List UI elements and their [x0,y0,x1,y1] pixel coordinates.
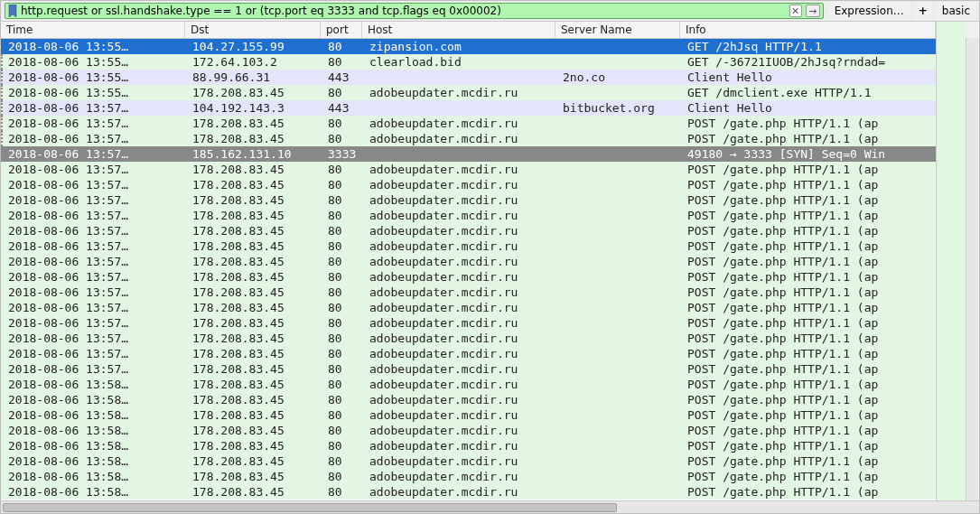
packet-row[interactable]: 2018-08-06 13:57…185.162.131.10333349180… [1,146,936,162]
packet-row[interactable]: 2018-08-06 13:57…178.208.83.4580adobeupd… [1,254,936,269]
cell-time: 2018-08-06 13:57… [3,361,187,377]
horizontal-scrollbar[interactable] [1,500,979,513]
cell-server [557,285,682,300]
cell-port: 80 [322,54,364,70]
cell-port: 80 [322,392,364,407]
cell-info: POST /gate.php HTTP/1.1 (ap [682,331,936,346]
column-header-port[interactable]: port [321,22,362,38]
cell-host: adobeupdater.mcdir.ru [364,315,557,331]
cell-dst: 88.99.66.31 [187,70,322,85]
packet-row[interactable]: 2018-08-06 13:57…178.208.83.4580adobeupd… [1,361,936,377]
column-header-info[interactable]: Info [680,22,936,38]
cell-time: 2018-08-06 13:57… [3,285,187,300]
cell-time: 2018-08-06 13:58… [3,423,187,438]
packet-row[interactable]: 2018-08-06 13:57…178.208.83.4580adobeupd… [1,331,936,346]
cell-info: Client Hello [682,100,936,116]
cell-server [557,346,682,361]
cell-time: 2018-08-06 13:57… [3,100,187,116]
cell-port: 80 [322,192,364,208]
cell-info: POST /gate.php HTTP/1.1 (ap [682,223,936,238]
cell-dst: 104.192.143.3 [187,100,322,116]
column-headers: Time Dst port Host Server Name Info [1,22,936,39]
packet-row[interactable]: 2018-08-06 13:57…178.208.83.4580adobeupd… [1,177,936,192]
cell-dst: 178.208.83.45 [187,423,322,438]
cell-port: 80 [322,377,364,392]
cell-info: POST /gate.php HTTP/1.1 (ap [682,438,936,453]
apply-filter-icon[interactable]: → [806,5,820,17]
display-filter-input[interactable] [21,5,786,17]
packet-row[interactable]: 2018-08-06 13:55…104.27.155.9980zipansio… [1,39,936,54]
packet-row[interactable]: 2018-08-06 13:57…178.208.83.4580adobeupd… [1,269,936,285]
cell-time: 2018-08-06 13:58… [3,453,187,469]
packet-row[interactable]: 2018-08-06 13:57…178.208.83.4580adobeupd… [1,315,936,331]
cell-dst: 178.208.83.45 [187,192,322,208]
packet-row[interactable]: 2018-08-06 13:58…178.208.83.4580adobeupd… [1,453,936,469]
intelligent-scrollbar[interactable] [936,22,979,500]
cell-server [557,331,682,346]
packet-row[interactable]: 2018-08-06 13:57…178.208.83.4580adobeupd… [1,192,936,208]
expression-button[interactable]: Expression… [829,3,910,19]
cell-server [557,469,682,484]
packet-row[interactable]: 2018-08-06 13:58…178.208.83.4580adobeupd… [1,407,936,423]
cell-host: adobeupdater.mcdir.ru [364,238,557,254]
packet-row[interactable]: 2018-08-06 13:58…178.208.83.4580adobeupd… [1,438,936,453]
packet-row[interactable]: 2018-08-06 13:57…178.208.83.4580adobeupd… [1,223,936,238]
packet-row[interactable]: 2018-08-06 13:57…178.208.83.4580adobeupd… [1,238,936,254]
cell-server [557,254,682,269]
cell-server: bitbucket.org [557,100,682,116]
packet-list-pane[interactable]: Time Dst port Host Server Name Info 2018… [1,22,936,500]
packet-row[interactable]: 2018-08-06 13:57…178.208.83.4580adobeupd… [1,131,936,146]
wireshark-window: ✕ → Expression… + basic Time Dst port Ho… [0,0,980,514]
cell-host: adobeupdater.mcdir.ru [364,192,557,208]
cell-server [557,85,682,100]
cell-port: 443 [322,70,364,85]
packet-row[interactable]: 2018-08-06 13:58…178.208.83.4580adobeupd… [1,392,936,407]
column-header-server[interactable]: Server Name [555,22,680,38]
packet-row[interactable]: 2018-08-06 13:58…178.208.83.4580adobeupd… [1,484,936,500]
cell-dst: 178.208.83.45 [187,407,322,423]
packet-row[interactable]: 2018-08-06 13:57…178.208.83.4580adobeupd… [1,208,936,223]
display-filter-wrap: ✕ → [5,3,824,19]
cell-host: adobeupdater.mcdir.ru [364,254,557,269]
packet-row[interactable]: 2018-08-06 13:58…178.208.83.4580adobeupd… [1,469,936,484]
cell-port: 3333 [322,146,364,162]
packet-row[interactable]: 2018-08-06 13:57…178.208.83.4580adobeupd… [1,285,936,300]
packet-row[interactable]: 2018-08-06 13:57…104.192.143.3443bitbuck… [1,100,936,116]
cell-time: 2018-08-06 13:57… [3,346,187,361]
cell-dst: 178.208.83.45 [187,116,322,131]
packet-row[interactable]: 2018-08-06 13:55…88.99.66.314432no.coCli… [1,70,936,85]
cell-host: adobeupdater.mcdir.ru [364,223,557,238]
cell-host: adobeupdater.mcdir.ru [364,269,557,285]
packet-row[interactable]: 2018-08-06 13:57…178.208.83.4580adobeupd… [1,300,936,315]
cell-server [557,146,682,162]
basic-filter-button[interactable]: basic [937,3,975,19]
column-header-dst[interactable]: Dst [185,22,321,38]
bookmark-icon[interactable] [8,5,17,17]
packet-row[interactable]: 2018-08-06 13:58…178.208.83.4580adobeupd… [1,377,936,392]
column-header-time[interactable]: Time [1,22,185,38]
horizontal-scrollbar-thumb[interactable] [3,503,617,512]
packet-rows: 2018-08-06 13:55…104.27.155.9980zipansio… [1,39,936,500]
add-filter-button[interactable]: + [915,3,931,19]
cell-dst: 178.208.83.45 [187,300,322,315]
packet-row[interactable]: 2018-08-06 13:58…178.208.83.4580adobeupd… [1,423,936,438]
cell-server [557,438,682,453]
cell-info: POST /gate.php HTTP/1.1 (ap [682,300,936,315]
cell-host [364,70,557,85]
packet-row[interactable]: 2018-08-06 13:57…178.208.83.4580adobeupd… [1,162,936,177]
clear-filter-icon[interactable]: ✕ [789,5,802,17]
cell-dst: 178.208.83.45 [187,162,322,177]
column-header-host[interactable]: Host [362,22,555,38]
packet-row[interactable]: 2018-08-06 13:55…172.64.103.280clearload… [1,54,936,70]
packet-row[interactable]: 2018-08-06 13:55…178.208.83.4580adobeupd… [1,85,936,100]
cell-port: 80 [322,315,364,331]
packet-row[interactable]: 2018-08-06 13:57…178.208.83.4580adobeupd… [1,346,936,361]
packet-row[interactable]: 2018-08-06 13:57…178.208.83.4580adobeupd… [1,116,936,131]
cell-port: 80 [322,238,364,254]
cell-host: adobeupdater.mcdir.ru [364,300,557,315]
cell-info: POST /gate.php HTTP/1.1 (ap [682,407,936,423]
cell-dst: 178.208.83.45 [187,269,322,285]
cell-dst: 172.64.103.2 [187,54,322,70]
vertical-scrollbar-track[interactable] [966,38,978,500]
cell-dst: 178.208.83.45 [187,177,322,192]
